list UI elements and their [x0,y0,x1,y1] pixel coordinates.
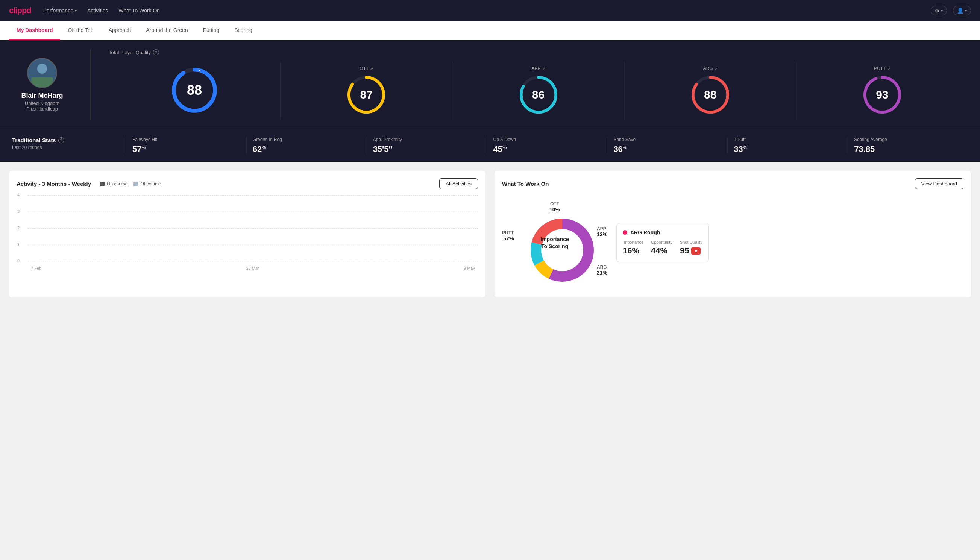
legend-dot-off [133,182,138,186]
stat-value: 57% [132,144,146,154]
legend-dot-on [100,182,105,186]
arrow-up-icon: ↗ [887,67,890,71]
chevron-down-icon: ▾ [965,8,967,13]
donut-right: ARG Rough Importance 16% Opportunity 44%… [616,223,709,262]
stat-label: Up & Down [493,137,516,142]
stat-sand-save: Sand Save 36% [607,137,727,154]
quality-card-ott: OTT ↗ 87 [280,61,452,120]
arg-label: ARG ↗ [703,66,717,71]
stat-greens-in-reg: Greens In Reg 62% [246,137,367,154]
opportunity-value: 44% [651,246,672,256]
player-name: Blair McHarg [21,92,63,100]
stats-bar: Traditional Stats ? Last 20 rounds Fairw… [0,129,980,162]
nav-links: Performance ▾ Activities What To Work On [43,1,919,20]
info-card-title: ARG Rough [630,229,660,235]
arg-info-card: ARG Rough Importance 16% Opportunity 44%… [616,223,709,262]
legend: On course Off course [100,181,161,187]
gauge-ott: 87 [346,74,387,115]
quality-card-arg: ARG ↗ 88 [624,61,796,120]
stat-value: 36% [613,144,627,154]
main-score: 88 [187,82,202,98]
quality-title: Total Player Quality ? [109,49,968,55]
stat-scoring-avg: Scoring Average 73.85 [848,137,968,154]
avatar [27,58,57,88]
tab-my-dashboard[interactable]: My Dashboard [9,21,60,40]
bar-chart: 43210 7 Feb 28 Mar 9 May [17,195,478,270]
trad-stats-subtitle: Last 20 rounds [12,145,42,150]
arrow-up-icon: ↗ [714,67,717,71]
navbar: clippd Performance ▾ Activities What To … [0,0,980,21]
tab-around-the-green[interactable]: Around the Green [138,21,195,40]
nav-activities[interactable]: Activities [87,1,108,20]
chevron-down-icon: ▾ [75,8,77,13]
quality-card-app: APP ↗ 86 [452,61,624,120]
importance-value: 16% [623,246,644,256]
activity-card-header: Activity - 3 Months - Weekly On course O… [17,178,478,189]
help-icon[interactable]: ? [153,49,159,55]
stat-value: 33% [734,144,747,154]
x-labels: 7 Feb 28 Mar 9 May [28,266,478,270]
work-on-title: What To Work On [502,180,549,187]
arg-score: 88 [704,88,716,101]
svg-rect-3 [32,77,53,87]
nav-right: ⊕ ▾ 👤 ▾ [931,6,971,15]
divider [90,49,91,120]
arrow-up-icon: ↗ [542,67,545,71]
add-button[interactable]: ⊕ ▾ [931,6,947,15]
gauge-app: 86 [518,74,559,115]
x-label: 7 Feb [31,266,42,270]
help-icon[interactable]: ? [58,137,64,143]
stat-label: 1 Putt [734,137,745,142]
user-button[interactable]: 👤 ▾ [953,6,971,15]
logo[interactable]: clippd [9,6,31,15]
all-activities-button[interactable]: All Activities [439,178,478,189]
gauge-putt: 93 [862,74,903,115]
tab-approach[interactable]: Approach [101,21,138,40]
tab-off-the-tee[interactable]: Off the Tee [60,21,101,40]
stat-label: Greens In Reg [253,137,282,142]
tab-scoring[interactable]: Scoring [227,21,260,40]
nav-what-to-work-on[interactable]: What To Work On [118,1,160,20]
donut-center-text: Importance To Scoring [541,236,569,249]
trad-stats-label: Traditional Stats ? Last 20 rounds [12,137,126,154]
stat-fairways-hit: Fairways Hit 57% [126,137,246,154]
quality-cards: 88 OTT ↗ 87 [109,61,968,120]
legend-off-course: Off course [133,181,161,187]
arrow-up-icon: ↗ [370,67,373,71]
legend-on-course: On course [100,181,128,187]
quality-card-putt: PUTT ↗ 93 [796,61,968,120]
work-on-header: What To Work On View Dashboard [502,178,963,189]
view-dashboard-button[interactable]: View Dashboard [915,178,963,189]
tab-putting[interactable]: Putting [196,21,227,40]
quality-section: Total Player Quality ? 88 [109,49,968,120]
svg-point-1 [37,63,47,74]
bottom-section: Activity - 3 Months - Weekly On course O… [0,162,980,307]
app-label: APP ↗ [532,66,545,71]
metric-opportunity: Opportunity 44% [651,240,672,256]
trad-stats-title: Traditional Stats ? [12,137,64,143]
stat-label: Fairways Hit [132,137,157,142]
x-label: 9 May [464,266,475,270]
quality-card-main: 88 [109,61,280,120]
activity-title: Activity - 3 Months - Weekly [17,180,91,187]
nav-performance[interactable]: Performance ▾ [43,1,77,20]
info-card-header: ARG Rough [623,229,702,235]
ott-donut-label: OTT 10% [549,201,560,212]
donut-svg: Importance To Scoring [524,212,585,273]
stat-app-proximity: App. Proximity 35'5" [367,137,487,154]
stat-value: 45% [493,144,507,154]
putt-label: PUTT ↗ [874,66,890,71]
stat-up-down: Up & Down 45% [487,137,607,154]
shot-quality-value: 95 [680,246,689,256]
donut-chart-wrap: OTT 10% APP 12% ARG 21% PUTT 57% [502,201,607,284]
gauge-main: 88 [170,66,219,115]
stat-value: 62% [253,144,266,154]
stat-value: 73.85 [854,144,875,154]
gauge-arg: 88 [690,74,731,115]
stat-label: App. Proximity [373,137,402,142]
dot-pink [623,230,627,235]
player-info: Blair McHarg United Kingdom Plus Handica… [12,58,72,112]
donut-section: OTT 10% APP 12% ARG 21% PUTT 57% [502,195,963,290]
hero-section: Blair McHarg United Kingdom Plus Handica… [0,40,980,129]
ott-label: OTT ↗ [359,66,373,71]
